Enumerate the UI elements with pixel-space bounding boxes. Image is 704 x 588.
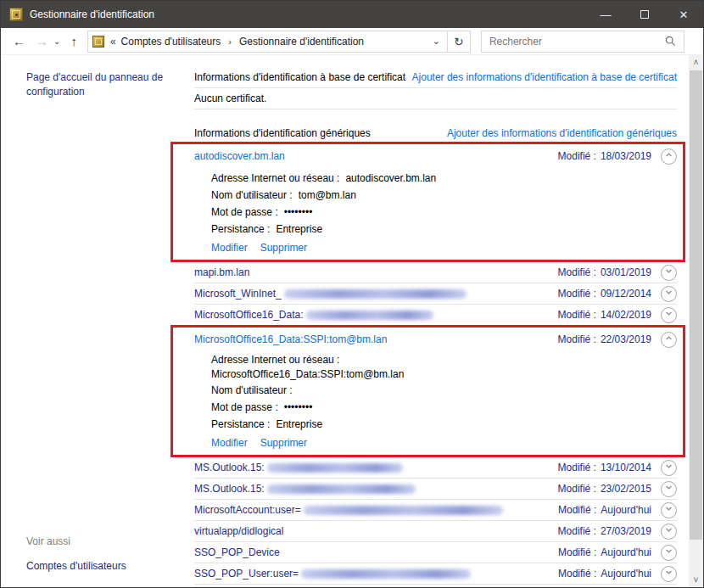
redacted-text <box>267 484 416 494</box>
address-bar[interactable]: « Comptes d'utilisateurs › Gestionnaire … <box>87 31 471 53</box>
expand-button[interactable] <box>661 307 677 323</box>
modified-date: 27/03/2019 <box>601 525 651 537</box>
breadcrumb-credential-manager[interactable]: Gestionnaire d'identification <box>239 36 364 48</box>
add-certificate-credential-link[interactable]: Ajouter des informations d'identificatio… <box>412 71 677 83</box>
modified-label: Modifié : <box>558 462 596 473</box>
credential-actions: ModifierSupprimer <box>211 436 677 450</box>
modified-date: 14/02/2019 <box>601 309 651 321</box>
sidebar-item-user-accounts[interactable]: Comptes d'utilisateurs <box>26 560 126 572</box>
credential-name-link[interactable]: MicrosoftAccount:user= <box>194 504 301 516</box>
detail-address-value: MicrosoftOffice16_Data:SSPI:tom@bm.lan <box>211 367 677 382</box>
chevron-down-icon <box>664 483 673 495</box>
credential-name-link[interactable]: MicrosoftOffice16_Data:SSPI:tom@bm.lan <box>194 333 387 345</box>
chevron-down-icon <box>664 462 673 473</box>
minimize-button[interactable]: — <box>586 1 625 28</box>
credential-name-link[interactable]: SSO_POP_Device <box>194 546 280 558</box>
modified-label: Modifié : <box>558 504 596 516</box>
toolbar: ← → ⌄ ↑ « Comptes d'utilisateurs › Gesti… <box>1 28 703 55</box>
search-placeholder: Rechercher <box>489 36 542 48</box>
modified-label: Modifié : <box>558 288 596 300</box>
redacted-text <box>306 311 433 320</box>
modified-text: Modifié :03/01/2019 <box>558 266 651 278</box>
modified-text: Modifié :14/02/2019 <box>558 309 651 321</box>
scroll-down-icon[interactable]: ˅ <box>689 573 703 587</box>
modified-date: 13/10/2014 <box>601 462 651 473</box>
credential-details: Adresse Internet ou réseau :MicrosoftOff… <box>211 353 677 433</box>
modified-text: Modifié :27/03/2019 <box>558 525 651 537</box>
maximize-button[interactable] <box>625 1 664 28</box>
modified-label: Modifié : <box>558 309 596 321</box>
collapse-button[interactable] <box>661 332 677 348</box>
expand-button[interactable] <box>661 502 677 518</box>
modified-label: Modifié : <box>558 333 596 345</box>
detail-address: Adresse Internet ou réseau :autodiscover… <box>211 170 677 187</box>
close-icon: ✕ <box>679 8 689 21</box>
credential-name-link[interactable]: MS.Outlook.15: <box>194 462 265 473</box>
credential-entry-row: Microsoft_WinInet_Modifié :09/12/2014 <box>194 283 677 305</box>
delete-link[interactable]: Supprimer <box>260 241 307 255</box>
expand-button[interactable] <box>661 566 677 582</box>
modified-label: Modifié : <box>558 546 596 558</box>
sidebar-item-control-panel-home[interactable]: Page d'accueil du panneau de configurati… <box>1 55 194 99</box>
modified-date: 23/02/2015 <box>601 483 651 495</box>
collapse-button[interactable] <box>661 148 677 165</box>
credential-name-link[interactable]: autodiscover.bm.lan <box>194 150 285 162</box>
credential-name-link[interactable]: MicrosoftOffice16_Data: <box>194 309 304 321</box>
credential-entry-expanded: autodiscover.bm.lanModifié :18/03/2019Ad… <box>194 143 677 262</box>
chevron-down-icon <box>664 288 673 300</box>
search-input[interactable]: Rechercher <box>481 31 684 53</box>
no-certificate-text: Aucun certificat. <box>194 92 266 104</box>
modified-label: Modifié : <box>558 525 596 537</box>
scrollbar-thumb[interactable] <box>690 70 702 540</box>
detail-address: Adresse Internet ou réseau : <box>211 353 677 367</box>
breadcrumb-collapse-icon[interactable]: « <box>110 36 116 48</box>
address-dropdown-icon[interactable]: ⌄ <box>426 36 447 47</box>
expand-button[interactable] <box>661 460 677 476</box>
generic-section-title: Informations d'identification génériques <box>194 127 371 139</box>
credential-name-link[interactable]: virtualapp/didlogical <box>194 525 283 537</box>
minimize-icon: — <box>601 8 612 21</box>
up-button[interactable]: ↑ <box>70 35 77 48</box>
expand-button[interactable] <box>661 286 677 302</box>
vertical-scrollbar[interactable]: ˄ ˅ <box>689 55 703 587</box>
credential-name-link[interactable]: MS.Outlook.15: <box>194 483 265 495</box>
modified-text: Modifié :Aujourd'hui <box>558 504 651 516</box>
chevron-down-icon <box>664 546 673 558</box>
redacted-text <box>267 463 403 473</box>
main-content: Informations d'identification à base de … <box>194 55 677 585</box>
credential-name-link[interactable]: SSO_POP_User:user= <box>194 568 299 580</box>
chevron-up-icon <box>664 333 673 345</box>
scroll-up-icon[interactable]: ˄ <box>689 55 703 70</box>
add-generic-credential-link[interactable]: Ajouter des informations d'identificatio… <box>447 127 677 139</box>
modified-text: Modifié :Aujourd'hui <box>558 568 651 580</box>
forward-button[interactable]: → <box>36 35 48 48</box>
edit-link[interactable]: Modifier <box>211 436 248 450</box>
titlebar: Gestionnaire d'identification — ✕ <box>1 1 703 28</box>
detail-username: Nom d'utilisateur :tom@bm.lan <box>211 187 677 204</box>
see-also-label: Voir aussi <box>26 535 126 547</box>
expand-button[interactable] <box>661 265 677 281</box>
delete-link[interactable]: Supprimer <box>260 436 307 450</box>
modified-text: Modifié :18/03/2019 <box>558 150 651 162</box>
close-button[interactable]: ✕ <box>664 1 703 28</box>
modified-label: Modifié : <box>558 150 596 162</box>
breadcrumb-user-accounts[interactable]: Comptes d'utilisateurs <box>121 36 221 48</box>
modified-date: 09/12/2014 <box>601 288 651 300</box>
address-credential-icon <box>92 36 104 48</box>
chevron-up-icon <box>664 150 673 162</box>
search-icon[interactable] <box>665 36 676 47</box>
history-dropdown-icon[interactable]: ⌄ <box>53 36 60 46</box>
refresh-button[interactable]: ↻ <box>447 31 470 52</box>
credential-entry-row: MS.Outlook.15:Modifié :13/10/2014 <box>194 457 677 479</box>
back-button[interactable]: ← <box>13 35 25 48</box>
credential-name-link[interactable]: mapi.bm.lan <box>194 266 249 278</box>
modified-text: Modifié :13/10/2014 <box>558 462 651 473</box>
expand-button[interactable] <box>661 481 677 497</box>
expand-button[interactable] <box>661 545 677 561</box>
credentials-list: autodiscover.bm.lanModifié :18/03/2019Ad… <box>194 143 677 585</box>
credential-name-link[interactable]: Microsoft_WinInet_ <box>194 288 282 300</box>
modified-label: Modifié : <box>558 266 596 278</box>
window-controls: — ✕ <box>586 1 703 28</box>
expand-button[interactable] <box>661 524 677 540</box>
edit-link[interactable]: Modifier <box>211 241 248 255</box>
